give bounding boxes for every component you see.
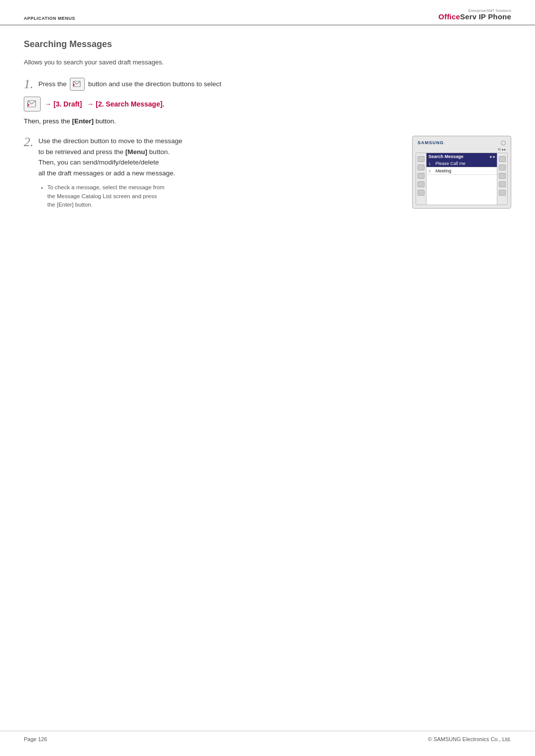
- phone-btn-left-2[interactable]: [418, 164, 425, 170]
- subtitle-text: Allows you to search your saved draft me…: [24, 58, 511, 66]
- mail-btn-large[interactable]: [24, 97, 41, 111]
- page-footer: Page 126 © SAMSUNG Electronics Co., Ltd.: [0, 731, 535, 742]
- step1-text-after: button and use the direction buttons to …: [88, 80, 221, 88]
- arrow-sep: [83, 100, 85, 108]
- step1-line: 1. Press the button and use the directio…: [24, 78, 511, 91]
- phone-btn-right-1[interactable]: [499, 156, 506, 162]
- section-title: Searching Messages: [24, 39, 511, 52]
- phone-btn-right-5[interactable]: [499, 190, 506, 196]
- step2-line2-end: button.: [147, 148, 169, 156]
- arrow-text-2: → [2. Search Message].: [87, 100, 164, 108]
- mail-large-icon: [27, 100, 37, 108]
- phone-btn-right-3[interactable]: [499, 173, 506, 179]
- phone-screen-title: Search Message: [428, 154, 464, 159]
- phone-right-buttons: [497, 153, 507, 205]
- mail-icon-svg: [73, 81, 82, 88]
- phone-list-item-1-highlighted[interactable]: 1 Please Call me: [427, 160, 497, 167]
- mail-button-icon[interactable]: [70, 78, 85, 91]
- step1-text-before: Press the: [39, 80, 67, 88]
- phone-item1-text: Please Call me: [435, 161, 466, 166]
- phone-screen: Search Message ■ ■ 1 Please Call me 2 Me…: [416, 153, 508, 205]
- page-number: Page 126: [24, 736, 47, 742]
- phone-mockup: SAMSUNG ◯ ✉ ●●: [412, 136, 511, 209]
- phone-icon-mail: ✉: [498, 148, 501, 152]
- phone-icon-signal: ●●: [502, 148, 506, 152]
- step1-text: Press the button and use the direction b…: [39, 78, 221, 91]
- then-text: Then, press the [Enter] button.: [24, 117, 511, 125]
- brand-small-text: Enterprise/SMT Solutions: [469, 9, 511, 12]
- phone-title-bar: Search Message ■ ■: [427, 153, 497, 160]
- phone-status-icon: ◯: [501, 140, 506, 145]
- brand-main-text: OfficeServ IP Phone: [438, 12, 511, 21]
- brand-serv: Serv: [460, 12, 477, 21]
- phone-btn-left-4[interactable]: [418, 181, 425, 187]
- main-content: Searching Messages Allows you to search …: [0, 25, 535, 233]
- phone-brand: SAMSUNG: [418, 140, 444, 145]
- bullet-item-1: To check a message, select the message f…: [48, 183, 182, 209]
- arrow-text-1: → [3. Draft]: [45, 100, 82, 108]
- then-text-after: button.: [94, 117, 116, 125]
- brand-office: Office: [438, 12, 460, 21]
- arrow-menu-line: → [3. Draft] → [2. Search Message].: [24, 97, 511, 111]
- step1-number: 1.: [24, 78, 34, 91]
- step2-number: 2.: [24, 136, 34, 149]
- phone-btn-right-2[interactable]: [499, 164, 506, 170]
- phone-btn-left-3[interactable]: [418, 173, 425, 179]
- step-1: 1. Press the button and use the directio…: [24, 78, 511, 125]
- step2-text-block: 2. Use the direction button to move to t…: [24, 136, 402, 213]
- then-bold: [Enter]: [72, 117, 94, 125]
- phone-item1-num: 1: [428, 162, 433, 166]
- bullet-list: To check a message, select the message f…: [39, 183, 182, 209]
- step2-line: 2. Use the direction button to move to t…: [24, 136, 402, 209]
- then-text-before: Then, press the: [24, 117, 72, 125]
- step2-line2-pre: to be retrieved and press the: [39, 148, 126, 156]
- section-label: APPLICATION MENUS: [24, 16, 75, 21]
- copyright-text: © SAMSUNG Electronics Co., Ltd.: [428, 736, 511, 742]
- step2-line3: Then, you can send/modify/delete/delete: [39, 159, 159, 166]
- phone-display: Search Message ■ ■ 1 Please Call me 2 Me…: [427, 153, 497, 205]
- phone-screen-inner: Search Message ■ ■ 1 Please Call me 2 Me…: [416, 153, 507, 205]
- phone-item2-num: 2: [428, 169, 433, 173]
- phone-btn-left-1[interactable]: [418, 156, 425, 162]
- phone-btn-left-5[interactable]: [418, 190, 425, 196]
- phone-item2-text: Meeting: [435, 168, 451, 173]
- step2-container: 2. Use the direction button to move to t…: [24, 136, 511, 213]
- page-header: APPLICATION MENUS Enterprise/SMT Solutio…: [0, 0, 535, 25]
- phone-status-icons: ■ ■: [490, 155, 495, 159]
- phone-empty-rows: [427, 175, 497, 205]
- brand-suffix: IP Phone: [477, 12, 511, 21]
- phone-list-item-2[interactable]: 2 Meeting: [427, 167, 497, 175]
- step2-line1: Use the direction button to move to the …: [39, 137, 182, 145]
- phone-btn-right-4[interactable]: [499, 181, 506, 187]
- step2-line4: all the draft messages or add a new mess…: [39, 169, 175, 177]
- step2-text: Use the direction button to move to the …: [39, 136, 182, 209]
- phone-left-buttons: [416, 153, 427, 205]
- step2-line2-bold: [Menu]: [125, 148, 147, 156]
- brand-block: Enterprise/SMT Solutions OfficeServ IP P…: [438, 9, 511, 21]
- phone-header: SAMSUNG ◯: [416, 139, 508, 147]
